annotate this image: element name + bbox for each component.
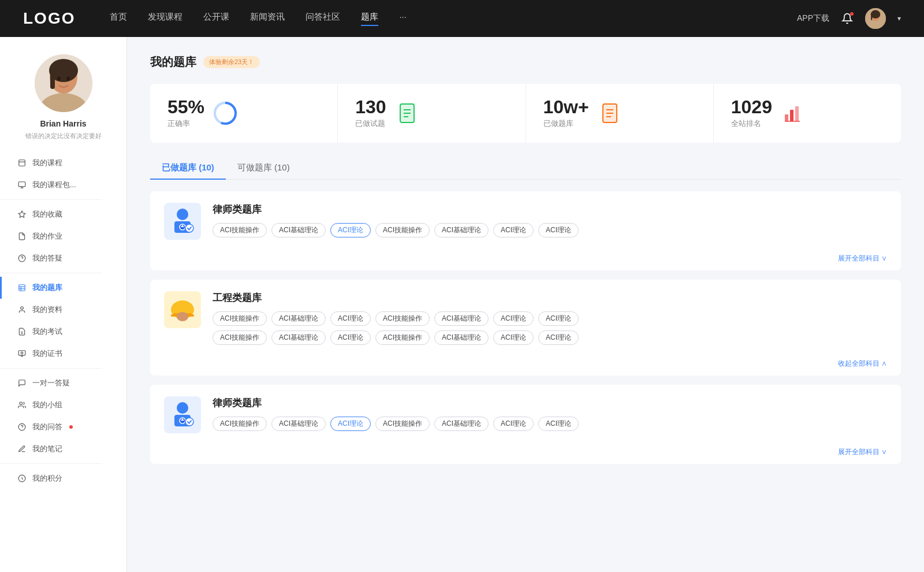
tag-eng-r2-4[interactable]: ACI基础理论 bbox=[434, 330, 489, 345]
tag-lawyer1-0[interactable]: ACI技能操作 bbox=[213, 223, 267, 237]
tag-lawyer1-4[interactable]: ACI基础理论 bbox=[434, 223, 489, 237]
qa-icon bbox=[17, 254, 27, 263]
tabs-row: 已做题库 (10) 可做题库 (10) bbox=[150, 157, 901, 180]
tag-lawyer2-1[interactable]: ACI基础理论 bbox=[271, 417, 326, 431]
tag-eng-1[interactable]: ACI基础理论 bbox=[271, 311, 326, 326]
tag-eng-6[interactable]: ACI理论 bbox=[538, 311, 579, 326]
nav-qbank[interactable]: 题库 bbox=[361, 12, 378, 26]
user-dropdown-arrow[interactable]: ▾ bbox=[897, 14, 901, 23]
sidebar-item-qbank[interactable]: 我的题库 bbox=[0, 277, 126, 299]
sidebar-item-courses[interactable]: 我的课程 bbox=[0, 152, 126, 174]
stat-done-questions: 130 已做试题 bbox=[338, 84, 526, 143]
tag-lawyer2-5[interactable]: ACI理论 bbox=[493, 417, 534, 431]
app-download-button[interactable]: APP下载 bbox=[797, 13, 829, 24]
sidebar-item-group[interactable]: 我的小组 bbox=[0, 394, 126, 416]
stat-rank-label: 全站排名 bbox=[731, 118, 772, 129]
svg-rect-27 bbox=[18, 351, 25, 355]
svg-rect-47 bbox=[790, 110, 793, 121]
sidebar-item-questions[interactable]: 我的问答 bbox=[0, 416, 126, 438]
tag-eng-r2-2[interactable]: ACI理论 bbox=[330, 330, 371, 345]
svg-rect-14 bbox=[18, 182, 25, 187]
qbank-title-lawyer-2: 律师类题库 bbox=[213, 396, 887, 410]
tag-eng-4[interactable]: ACI基础理论 bbox=[434, 311, 489, 326]
logo[interactable]: LOGO bbox=[23, 9, 75, 28]
tag-eng-2[interactable]: ACI理论 bbox=[330, 311, 371, 326]
tag-eng-r2-3[interactable]: ACI技能操作 bbox=[375, 330, 430, 345]
qbank-header-engineer: 工程类题库 ACI技能操作 ACI基础理论 ACI理论 ACI技能操作 ACI基… bbox=[150, 280, 901, 356]
doc-orange-icon bbox=[597, 101, 623, 126]
nav-home[interactable]: 首页 bbox=[110, 12, 127, 26]
tag-eng-r2-1[interactable]: ACI基础理论 bbox=[271, 330, 326, 345]
oneone-icon bbox=[17, 378, 27, 388]
sidebar-item-answering[interactable]: 我的答疑 bbox=[0, 247, 126, 269]
tag-eng-3[interactable]: ACI技能操作 bbox=[375, 311, 430, 326]
tag-lawyer2-6[interactable]: ACI理论 bbox=[538, 417, 579, 431]
qbank-tags-engineer-row1: ACI技能操作 ACI基础理论 ACI理论 ACI技能操作 ACI基础理论 AC… bbox=[213, 311, 887, 326]
tag-lawyer1-6[interactable]: ACI理论 bbox=[538, 223, 579, 237]
tag-lawyer2-0[interactable]: ACI技能操作 bbox=[213, 417, 267, 431]
tag-eng-0[interactable]: ACI技能操作 bbox=[213, 311, 267, 326]
tag-lawyer1-1[interactable]: ACI基础理论 bbox=[271, 223, 326, 237]
cert-icon bbox=[17, 349, 27, 358]
sidebar-item-cert[interactable]: 我的证书 bbox=[0, 343, 126, 365]
sidebar-item-oneone[interactable]: 一对一答疑 bbox=[0, 372, 126, 394]
nav-news[interactable]: 新闻资讯 bbox=[250, 12, 285, 26]
svg-rect-4 bbox=[871, 14, 872, 20]
stat-done-banks: 10w+ 已做题库 bbox=[526, 84, 714, 143]
qbank-tags-lawyer-1: ACI技能操作 ACI基础理论 ACI理论 ACI技能操作 ACI基础理论 AC… bbox=[213, 223, 887, 237]
tab-available[interactable]: 可做题库 (10) bbox=[226, 157, 301, 179]
sidebar-item-package[interactable]: 我的课程包... bbox=[0, 174, 126, 196]
nav-more[interactable]: ··· bbox=[399, 12, 407, 26]
stat-rank: 1029 全站排名 bbox=[714, 84, 901, 143]
sidebar-item-homework[interactable]: 我的作业 bbox=[0, 225, 126, 247]
sidebar-divider-1 bbox=[0, 199, 101, 200]
tag-eng-r2-5[interactable]: ACI理论 bbox=[493, 330, 534, 345]
stat-accuracy-text: 55% 正确率 bbox=[167, 98, 204, 129]
tag-lawyer2-3[interactable]: ACI技能操作 bbox=[375, 417, 430, 431]
stat-done-banks-label: 已做题库 bbox=[543, 118, 589, 129]
collapse-engineer[interactable]: 收起全部科目 ∧ bbox=[150, 356, 901, 376]
svg-rect-12 bbox=[19, 160, 25, 166]
expand-lawyer-1[interactable]: 展开全部科目 ∨ bbox=[150, 251, 901, 270]
svg-rect-48 bbox=[795, 106, 799, 121]
svg-marker-17 bbox=[18, 211, 25, 217]
tag-lawyer2-4[interactable]: ACI基础理论 bbox=[434, 417, 489, 431]
sidebar-item-favorites[interactable]: 我的收藏 bbox=[0, 203, 126, 225]
nav-menu: 首页 发现课程 公开课 新闻资讯 问答社区 题库 ··· bbox=[110, 12, 797, 26]
navbar: LOGO 首页 发现课程 公开课 新闻资讯 问答社区 题库 ··· APP下载 bbox=[0, 0, 924, 37]
sidebar-item-notes[interactable]: 我的笔记 bbox=[0, 438, 126, 460]
nav-qa[interactable]: 问答社区 bbox=[305, 12, 340, 26]
page-title: 我的题库 bbox=[150, 54, 196, 70]
engineer-icon bbox=[164, 291, 201, 328]
notification-dot bbox=[850, 12, 854, 16]
tag-lawyer1-5[interactable]: ACI理论 bbox=[493, 223, 534, 237]
user-avatar[interactable] bbox=[865, 8, 886, 29]
tab-done[interactable]: 已做题库 (10) bbox=[150, 157, 226, 179]
tag-eng-5[interactable]: ACI理论 bbox=[493, 311, 534, 326]
nav-open[interactable]: 公开课 bbox=[203, 12, 229, 26]
qbank-header-lawyer-2: 律师类题库 ACI技能操作 ACI基础理论 ACI理论 ACI技能操作 ACI基… bbox=[150, 385, 901, 445]
stat-done-questions-value: 130 bbox=[355, 98, 386, 116]
sidebar-item-points[interactable]: 我的积分 bbox=[0, 467, 126, 489]
notification-bell[interactable] bbox=[841, 12, 854, 25]
qbank-card-engineer: 工程类题库 ACI技能操作 ACI基础理论 ACI理论 ACI技能操作 ACI基… bbox=[150, 280, 901, 376]
tag-eng-r2-6[interactable]: ACI理论 bbox=[538, 330, 579, 345]
page-wrapper: Brian Harris 错误的决定比没有决定要好 我的课程 我的课程包... bbox=[0, 37, 924, 572]
sidebar-item-profile[interactable]: 我的资料 bbox=[0, 299, 126, 321]
tag-lawyer2-2[interactable]: ACI理论 bbox=[330, 417, 371, 431]
qbank-title-engineer: 工程类题库 bbox=[213, 291, 887, 304]
sidebar-item-exam[interactable]: 我的考试 bbox=[0, 321, 126, 343]
group-icon bbox=[17, 400, 27, 410]
tag-lawyer1-3[interactable]: ACI技能操作 bbox=[375, 223, 430, 237]
course-icon bbox=[17, 158, 27, 168]
tag-eng-r2-0[interactable]: ACI技能操作 bbox=[213, 330, 267, 345]
svg-point-53 bbox=[185, 224, 193, 232]
sidebar-username: Brian Harris bbox=[40, 119, 86, 128]
qbank-header-lawyer-1: 律师类题库 ACI技能操作 ACI基础理论 ACI理论 ACI技能操作 ACI基… bbox=[150, 191, 901, 251]
expand-lawyer-2[interactable]: 展开全部科目 ∨ bbox=[150, 445, 901, 464]
navbar-right: APP下载 ▾ bbox=[797, 8, 901, 29]
stat-done-questions-label: 已做试题 bbox=[355, 118, 386, 129]
nav-courses[interactable]: 发现课程 bbox=[148, 12, 182, 26]
tag-lawyer1-2[interactable]: ACI理论 bbox=[330, 223, 371, 237]
lawyer-icon-1 bbox=[164, 203, 201, 240]
